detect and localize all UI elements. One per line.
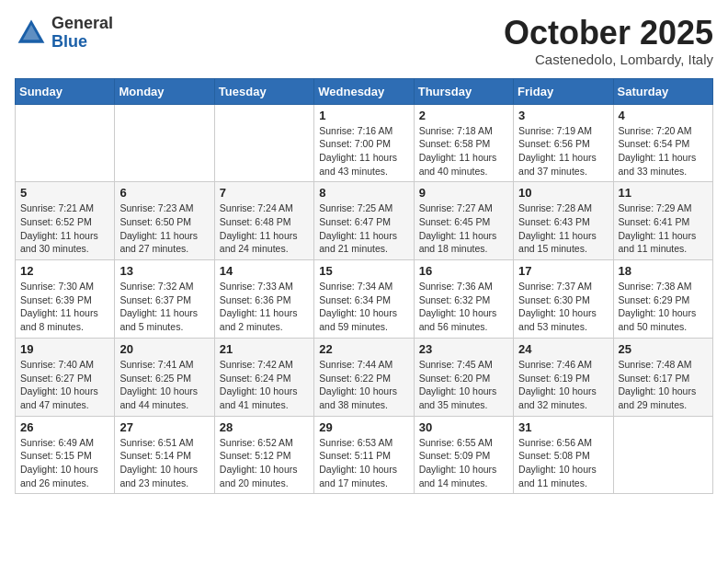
calendar-cell: 1Sunrise: 7:16 AM Sunset: 7:00 PM Daylig… [314,104,414,182]
calendar-cell: 10Sunrise: 7:28 AM Sunset: 6:43 PM Dayli… [514,182,613,260]
day-info: Sunrise: 7:42 AM Sunset: 6:24 PM Dayligh… [220,358,309,412]
day-number: 15 [319,264,408,278]
day-info: Sunrise: 7:48 AM Sunset: 6:17 PM Dayligh… [619,358,708,412]
calendar-cell: 28Sunrise: 6:52 AM Sunset: 5:12 PM Dayli… [214,416,313,494]
day-info: Sunrise: 7:19 AM Sunset: 6:56 PM Dayligh… [518,124,608,178]
day-number: 4 [619,109,708,122]
day-info: Sunrise: 6:55 AM Sunset: 5:09 PM Dayligh… [419,436,508,490]
day-number: 27 [119,420,209,434]
day-number: 18 [619,264,708,278]
day-number: 13 [119,264,209,278]
logo: General Blue [15,15,113,52]
day-info: Sunrise: 7:21 AM Sunset: 6:52 PM Dayligh… [20,201,109,256]
calendar-cell: 4Sunrise: 7:20 AM Sunset: 6:54 PM Daylig… [613,104,712,182]
day-number: 17 [518,264,608,278]
calendar-cell: 29Sunrise: 6:53 AM Sunset: 5:11 PM Dayli… [314,416,414,494]
calendar-cell: 19Sunrise: 7:40 AM Sunset: 6:27 PM Dayli… [16,338,115,416]
calendar-cell: 3Sunrise: 7:19 AM Sunset: 6:56 PM Daylig… [514,104,613,182]
calendar-cell: 27Sunrise: 6:51 AM Sunset: 5:14 PM Dayli… [115,416,214,494]
day-info: Sunrise: 6:51 AM Sunset: 5:14 PM Dayligh… [119,436,209,490]
calendar-cell: 24Sunrise: 7:46 AM Sunset: 6:19 PM Dayli… [514,338,613,416]
day-number: 23 [419,342,508,356]
day-number: 20 [119,342,209,356]
day-number: 19 [20,342,109,356]
calendar-table: SundayMondayTuesdayWednesdayThursdayFrid… [15,78,713,495]
day-info: Sunrise: 6:49 AM Sunset: 5:15 PM Dayligh… [20,436,109,490]
day-info: Sunrise: 7:46 AM Sunset: 6:19 PM Dayligh… [518,358,608,412]
day-number: 11 [619,186,708,200]
day-number: 6 [119,186,209,200]
day-number: 12 [20,264,109,278]
title-block: October 2025 Castenedolo, Lombardy, Ital… [504,15,713,67]
day-number: 7 [220,186,309,200]
calendar-cell: 23Sunrise: 7:45 AM Sunset: 6:20 PM Dayli… [414,338,513,416]
calendar-cell: 25Sunrise: 7:48 AM Sunset: 6:17 PM Dayli… [613,338,712,416]
calendar-cell: 21Sunrise: 7:42 AM Sunset: 6:24 PM Dayli… [214,338,313,416]
weekday-header-friday: Friday [514,78,613,104]
day-info: Sunrise: 7:25 AM Sunset: 6:47 PM Dayligh… [319,201,408,256]
day-info: Sunrise: 7:16 AM Sunset: 7:00 PM Dayligh… [319,124,408,178]
day-number: 31 [518,420,608,434]
day-info: Sunrise: 7:33 AM Sunset: 6:36 PM Dayligh… [220,280,309,334]
day-info: Sunrise: 7:34 AM Sunset: 6:34 PM Dayligh… [319,280,408,334]
day-info: Sunrise: 7:41 AM Sunset: 6:25 PM Dayligh… [119,358,209,412]
day-number: 28 [220,420,309,434]
day-info: Sunrise: 7:27 AM Sunset: 6:45 PM Dayligh… [419,201,508,256]
day-number: 24 [518,342,608,356]
day-number: 9 [419,186,508,200]
logo-blue-text: Blue [51,33,113,52]
day-info: Sunrise: 7:18 AM Sunset: 6:58 PM Dayligh… [419,124,508,178]
day-info: Sunrise: 6:52 AM Sunset: 5:12 PM Dayligh… [220,436,309,490]
calendar-cell: 18Sunrise: 7:38 AM Sunset: 6:29 PM Dayli… [613,260,712,339]
calendar-week-row: 1Sunrise: 7:16 AM Sunset: 7:00 PM Daylig… [16,104,713,182]
calendar-cell [214,104,313,182]
calendar-cell: 5Sunrise: 7:21 AM Sunset: 6:52 PM Daylig… [16,182,115,260]
day-number: 14 [220,264,309,278]
calendar-week-row: 19Sunrise: 7:40 AM Sunset: 6:27 PM Dayli… [16,338,713,416]
calendar-cell: 9Sunrise: 7:27 AM Sunset: 6:45 PM Daylig… [414,182,513,260]
day-number: 1 [319,109,408,122]
calendar-cell: 16Sunrise: 7:36 AM Sunset: 6:32 PM Dayli… [414,260,513,339]
day-number: 16 [419,264,508,278]
day-info: Sunrise: 7:32 AM Sunset: 6:37 PM Dayligh… [119,280,209,334]
calendar-cell: 15Sunrise: 7:34 AM Sunset: 6:34 PM Dayli… [314,260,414,339]
location-subtitle: Castenedolo, Lombardy, Italy [504,52,713,67]
day-number: 29 [319,420,408,434]
day-info: Sunrise: 7:30 AM Sunset: 6:39 PM Dayligh… [20,280,109,334]
calendar-cell [16,104,115,182]
day-number: 21 [220,342,309,356]
day-info: Sunrise: 7:40 AM Sunset: 6:27 PM Dayligh… [20,358,109,412]
calendar-cell: 8Sunrise: 7:25 AM Sunset: 6:47 PM Daylig… [314,182,414,260]
calendar-cell: 13Sunrise: 7:32 AM Sunset: 6:37 PM Dayli… [115,260,214,339]
logo-icon [15,17,48,50]
day-info: Sunrise: 7:28 AM Sunset: 6:43 PM Dayligh… [518,201,608,256]
day-info: Sunrise: 7:45 AM Sunset: 6:20 PM Dayligh… [419,358,508,412]
day-info: Sunrise: 7:37 AM Sunset: 6:30 PM Dayligh… [518,280,608,334]
weekday-header-wednesday: Wednesday [314,78,414,104]
weekday-header-row: SundayMondayTuesdayWednesdayThursdayFrid… [16,78,713,104]
weekday-header-tuesday: Tuesday [214,78,313,104]
calendar-cell: 7Sunrise: 7:24 AM Sunset: 6:48 PM Daylig… [214,182,313,260]
day-number: 8 [319,186,408,200]
day-number: 26 [20,420,109,434]
day-number: 30 [419,420,508,434]
logo-text: General Blue [51,15,113,52]
calendar-cell: 2Sunrise: 7:18 AM Sunset: 6:58 PM Daylig… [414,104,513,182]
day-info: Sunrise: 7:36 AM Sunset: 6:32 PM Dayligh… [419,280,508,334]
day-number: 22 [319,342,408,356]
day-info: Sunrise: 6:53 AM Sunset: 5:11 PM Dayligh… [319,436,408,490]
calendar-week-row: 5Sunrise: 7:21 AM Sunset: 6:52 PM Daylig… [16,182,713,260]
calendar-cell: 20Sunrise: 7:41 AM Sunset: 6:25 PM Dayli… [115,338,214,416]
calendar-cell: 31Sunrise: 6:56 AM Sunset: 5:08 PM Dayli… [514,416,613,494]
day-info: Sunrise: 7:20 AM Sunset: 6:54 PM Dayligh… [619,124,708,178]
calendar-cell: 17Sunrise: 7:37 AM Sunset: 6:30 PM Dayli… [514,260,613,339]
calendar-cell: 26Sunrise: 6:49 AM Sunset: 5:15 PM Dayli… [16,416,115,494]
calendar-week-row: 26Sunrise: 6:49 AM Sunset: 5:15 PM Dayli… [16,416,713,494]
weekday-header-monday: Monday [115,78,214,104]
calendar-cell: 14Sunrise: 7:33 AM Sunset: 6:36 PM Dayli… [214,260,313,339]
day-info: Sunrise: 7:24 AM Sunset: 6:48 PM Dayligh… [220,201,309,256]
page-header: General Blue October 2025 Castenedolo, L… [15,15,713,67]
calendar-cell: 30Sunrise: 6:55 AM Sunset: 5:09 PM Dayli… [414,416,513,494]
day-info: Sunrise: 6:56 AM Sunset: 5:08 PM Dayligh… [518,436,608,490]
calendar-cell [115,104,214,182]
